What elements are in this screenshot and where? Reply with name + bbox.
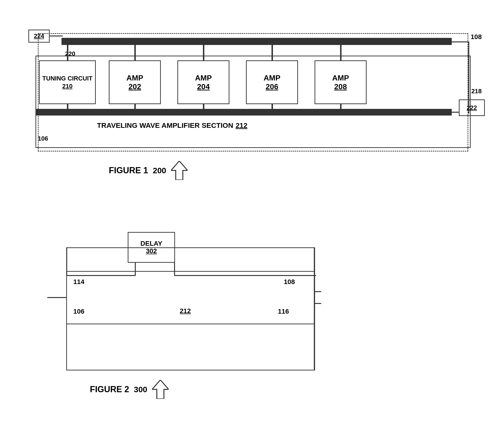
tuning-circuit-label: TUNING CIRCUIT [42,75,92,83]
amp-208-box: AMP 208 [315,60,367,104]
amp-206-box: AMP 206 [246,60,298,104]
tuning-circuit-box: TUNING CIRCUIT 210 [39,60,96,104]
fig2-label-106: 106 [73,308,84,315]
box-222: 222 [459,99,485,116]
fig2-inner-box [66,271,315,324]
amp-208-label: AMP [332,74,349,82]
figure1-title: FIGURE 1 [109,165,148,175]
amp-206-num: 206 [266,82,278,91]
fig2-rtick-bot [314,303,321,304]
twa-num: 212 [235,121,247,130]
vline-right-218 [468,41,469,114]
label-106-fig1: 106 [38,135,48,142]
amp-202-label: AMP [126,74,143,82]
amp-206-label: AMP [264,74,280,82]
tuning-circuit-num: 210 [62,83,72,90]
fig2-label-212: 212 [180,307,191,315]
amp-202-box: AMP 202 [109,60,161,104]
page: 224 216 108 106 214 220 TUNING CIRCUIT 2… [0,0,504,445]
twa-section-label: TRAVELING WAVE AMPLIFIER SECTION 212 [97,121,247,130]
vline-amp202-top [134,44,136,60]
svg-marker-1 [152,380,169,399]
amp-204-box: AMP 204 [177,60,229,104]
vline-amp206-top [271,44,273,60]
fig2-label-116: 116 [278,308,289,315]
bus-214: 214 [36,109,452,116]
delay-label: DELAY [141,240,162,247]
vline-amp204-top [203,44,204,60]
fig2-label-114: 114 [73,278,84,286]
fig2-vline-right-outer [314,247,315,370]
figure2-title: FIGURE 2 [90,384,129,394]
amp-208-num: 208 [334,82,347,91]
hline-top-right [451,41,468,42]
vline-tuning-bot [67,104,68,109]
vline-amp206-bot [271,104,273,109]
fig2-wire-left [47,297,66,298]
vline-amp202-bot [134,104,136,109]
svg-marker-0 [171,161,188,180]
figure1-caption: FIGURE 1 200 [109,161,188,180]
twa-text: TRAVELING WAVE AMPLIFIER SECTION [97,121,233,130]
amp-202-num: 202 [128,82,141,91]
figure2-ref: 300 [134,385,147,394]
figure1-arrow-up-icon [171,161,188,180]
vline-amp208-top [340,44,342,60]
amp-204-label: AMP [195,74,212,82]
wire-214-222 [452,112,459,113]
figure2-arrow-up-icon [152,380,169,399]
figure2-caption: FIGURE 2 300 [90,380,169,399]
label-108-fig1: 108 [471,33,482,41]
label-214: 214 [244,205,254,212]
fig2-rtick-top [314,291,321,292]
fig2-label-108: 108 [284,278,295,286]
vline-amp204-bot [203,104,204,109]
label-220: 220 [65,50,75,58]
vline-tuning-top [67,44,68,60]
amp-204-num: 204 [197,82,210,91]
figure1-ref: 200 [153,166,166,175]
vline-amp208-bot [340,104,342,109]
label-218: 218 [471,88,482,95]
